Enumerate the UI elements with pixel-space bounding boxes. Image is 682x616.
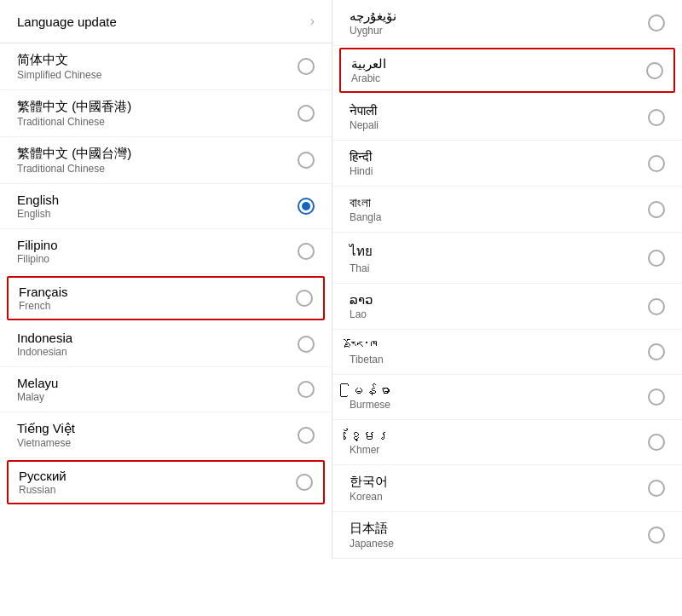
radio-right-6[interactable]: [648, 298, 665, 315]
left-panel: Language update › 简体中文Simplified Chinese…: [0, 0, 332, 559]
lang-sub-right-1: Arabic: [351, 72, 386, 84]
left-lang-item-4[interactable]: FilipinoFilipino: [0, 229, 332, 274]
lang-sub-left-8: Vietnamese: [17, 437, 75, 449]
lang-sub-left-6: Indonesian: [17, 346, 72, 358]
lang-sub-left-7: Malay: [17, 391, 58, 403]
right-lang-item-9[interactable]: ខ្មែរKhmer: [332, 420, 682, 465]
lang-sub-right-11: Japanese: [350, 538, 394, 550]
lang-sub-right-6: Lao: [350, 308, 373, 320]
radio-left-9[interactable]: [296, 474, 313, 491]
lang-sub-right-2: Nepali: [350, 119, 379, 131]
left-lang-item-0[interactable]: 简体中文Simplified Chinese: [0, 43, 332, 90]
left-lang-item-5[interactable]: FrançaisFrench: [7, 276, 325, 320]
radio-right-5[interactable]: [648, 250, 665, 267]
lang-name-left-4: Filipino: [17, 238, 58, 252]
right-language-list: نۆيغۇرچەUyghurالعربيةArabicनेपालीNepaliह…: [332, 0, 682, 559]
radio-right-9[interactable]: [648, 434, 665, 451]
lang-name-right-2: नेपाली: [350, 103, 379, 118]
radio-left-6[interactable]: [298, 336, 315, 353]
right-lang-item-8[interactable]: မြန်မာBurmese: [332, 375, 682, 420]
right-lang-item-7[interactable]: རྫོང་ཁTibetan: [332, 330, 682, 375]
lang-name-left-1: 繁體中文 (中國香港): [17, 99, 131, 115]
lang-name-left-9: Русский: [19, 469, 66, 483]
lang-name-right-9: ខ្មែរ: [350, 429, 390, 443]
radio-right-10[interactable]: [648, 480, 665, 497]
radio-left-1[interactable]: [298, 105, 315, 122]
radio-left-8[interactable]: [298, 427, 315, 444]
radio-right-11[interactable]: [648, 527, 665, 544]
lang-sub-right-8: Burmese: [350, 399, 390, 411]
lang-name-left-5: Français: [19, 285, 68, 299]
lang-sub-right-9: Khmer: [350, 444, 390, 456]
left-lang-item-2[interactable]: 繁體中文 (中國台灣)Traditional Chinese: [0, 137, 332, 184]
right-lang-item-10[interactable]: 한국어Korean: [332, 465, 682, 512]
lang-name-left-8: Tiếng Việt: [17, 421, 75, 436]
left-lang-item-8[interactable]: Tiếng ViệtVietnamese: [0, 412, 332, 458]
lang-sub-right-3: Hindi: [350, 165, 373, 177]
lang-name-right-5: ไทย: [350, 241, 373, 262]
right-lang-item-5[interactable]: ไทยThai: [332, 233, 682, 284]
radio-right-3[interactable]: [648, 155, 665, 172]
left-lang-item-7[interactable]: MelayuMalay: [0, 367, 332, 412]
lang-name-right-4: বাংলা: [350, 195, 381, 210]
right-lang-item-3[interactable]: हिन्दीHindi: [332, 141, 682, 187]
main-container: Language update › 简体中文Simplified Chinese…: [0, 0, 682, 559]
left-lang-item-3[interactable]: EnglishEnglish: [0, 184, 332, 229]
language-update-label: Language update: [17, 14, 117, 29]
lang-name-right-6: ລາວ: [350, 292, 373, 308]
lang-sub-right-10: Korean: [350, 491, 388, 503]
lang-sub-left-1: Traditional Chinese: [17, 116, 131, 128]
lang-sub-left-4: Filipino: [17, 253, 58, 265]
right-lang-item-6[interactable]: ລາວLao: [332, 284, 682, 330]
lang-name-right-10: 한국어: [350, 474, 388, 490]
lang-sub-left-3: English: [17, 208, 59, 220]
radio-right-0[interactable]: [648, 14, 665, 32]
radio-right-2[interactable]: [648, 109, 665, 126]
left-language-list: 简体中文Simplified Chinese繁體中文 (中國香港)Traditi…: [0, 43, 332, 504]
lang-name-right-11: 日本語: [350, 521, 394, 537]
lang-name-right-8: မြန်မာ: [350, 383, 390, 398]
radio-right-7[interactable]: [648, 343, 665, 360]
lang-sub-right-4: Bangla: [350, 211, 381, 223]
left-lang-item-9[interactable]: РусскийRussian: [7, 460, 325, 504]
right-lang-item-11[interactable]: 日本語Japanese: [332, 512, 682, 559]
right-lang-item-0[interactable]: نۆيغۇرچەUyghur: [332, 0, 682, 46]
lang-name-left-7: Melayu: [17, 376, 58, 390]
lang-sub-right-7: Tibetan: [350, 354, 384, 366]
radio-left-3[interactable]: [298, 198, 315, 215]
radio-left-2[interactable]: [298, 152, 315, 169]
lang-sub-right-5: Thai: [350, 262, 373, 274]
left-lang-item-6[interactable]: IndonesiaIndonesian: [0, 322, 332, 367]
right-lang-item-1[interactable]: العربيةArabic: [339, 48, 675, 93]
lang-sub-left-0: Simplified Chinese: [17, 69, 101, 81]
language-update-row[interactable]: Language update ›: [0, 0, 332, 43]
lang-name-right-7: རྫོང་ཁ: [350, 338, 384, 353]
lang-name-right-3: हिन्दी: [350, 149, 373, 164]
lang-name-left-2: 繁體中文 (中國台灣): [17, 146, 131, 162]
radio-left-0[interactable]: [298, 58, 315, 75]
radio-left-7[interactable]: [298, 381, 315, 398]
right-lang-item-4[interactable]: বাংলাBangla: [332, 187, 682, 233]
left-lang-item-1[interactable]: 繁體中文 (中國香港)Traditional Chinese: [0, 90, 332, 137]
radio-left-5[interactable]: [296, 290, 313, 307]
lang-sub-right-0: Uyghur: [350, 25, 396, 37]
lang-name-left-3: English: [17, 193, 59, 207]
lang-name-left-6: Indonesia: [17, 331, 72, 345]
chevron-right-icon: ›: [310, 14, 315, 29]
radio-right-1[interactable]: [646, 62, 663, 79]
lang-name-right-1: العربية: [351, 56, 386, 72]
radio-right-4[interactable]: [648, 201, 665, 218]
lang-name-left-0: 简体中文: [17, 52, 101, 68]
lang-sub-left-2: Traditional Chinese: [17, 163, 131, 175]
lang-sub-left-9: Russian: [19, 484, 66, 496]
radio-left-4[interactable]: [298, 243, 315, 260]
radio-right-8[interactable]: [648, 389, 665, 406]
lang-name-right-0: نۆيغۇرچە: [350, 9, 396, 24]
right-lang-item-2[interactable]: नेपालीNepali: [332, 95, 682, 141]
right-panel: نۆيغۇرچەUyghurالعربيةArabicनेपालीNepaliह…: [332, 0, 682, 559]
lang-sub-left-5: French: [19, 300, 68, 312]
